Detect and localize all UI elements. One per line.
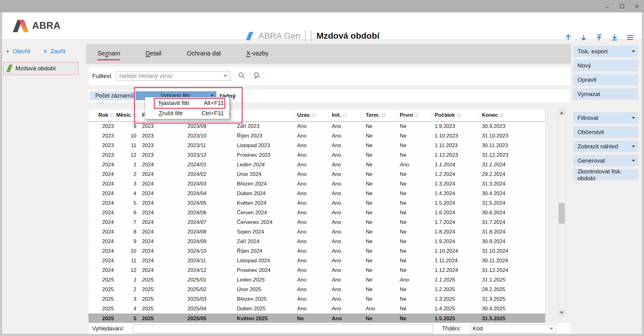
close-tab-button[interactable]: × Zavřít: [43, 48, 65, 55]
table-cell: Ano: [329, 181, 363, 187]
zobrazit-náhled-button[interactable]: Zobrazit náhled: [573, 141, 638, 152]
table-row[interactable]: 20231220232023/12Prosinec 2023AnoAnoNeNe…: [89, 151, 545, 160]
arrow-to-bottom-icon[interactable]: [610, 33, 619, 42]
tab-label: Seznam: [97, 50, 120, 57]
table-cell: 2025: [139, 306, 184, 312]
close-button[interactable]: [633, 3, 640, 10]
sidebar-item-mzdova-obdobi[interactable]: Mzdová období: [3, 62, 78, 75]
column-header-4[interactable]: [234, 109, 294, 121]
table-row[interactable]: 20231120232023/11Listopad 2023AnoAnoNeNe…: [89, 141, 545, 151]
scroll-up-button[interactable]: [558, 109, 565, 116]
table-row[interactable]: 2024420242024/04Duben 2024AnoAnoNeNe1.4.…: [89, 189, 545, 199]
nový-button[interactable]: Nový: [573, 60, 638, 71]
table-cell: Ne: [397, 229, 432, 235]
app-slash-icon: [246, 32, 253, 40]
minimize-button[interactable]: [604, 3, 611, 10]
vertical-scrollbar[interactable]: [558, 109, 566, 316]
scroll-down-button[interactable]: [558, 309, 565, 316]
arrow-to-top-icon[interactable]: [594, 33, 604, 42]
table-cell: 2025: [139, 286, 184, 293]
generovat-button[interactable]: Generovat: [573, 155, 638, 166]
fulltext-input[interactable]: [116, 73, 223, 79]
sort-indicator-icon[interactable]: [415, 114, 418, 117]
table-cell: 31.3.2024: [479, 181, 545, 187]
column-header-init-[interactable]: Init.: [329, 109, 363, 121]
menu-item-zrušit-filtr[interactable]: Zrušit filtrCtrl+F11: [145, 108, 229, 118]
arrow-down-icon[interactable]: [579, 33, 588, 42]
column-header-rok[interactable]: Rok: [89, 109, 116, 121]
table-cell: 2024: [139, 219, 184, 225]
table-row[interactable]: 2025420252025/04Duben 2025AnoAnoAnoNe1.4…: [89, 304, 545, 314]
sort-indicator-icon[interactable]: [313, 114, 316, 117]
table-row[interactable]: 20241020242024/10Říjen 2024AnoAnoNeNe1.1…: [89, 247, 545, 256]
table-cell: 2024: [89, 219, 116, 225]
table-row[interactable]: 2024120242024/01Leden 2024AnoAnoNeAno1.1…: [89, 160, 545, 170]
table-row[interactable]: 2024620242024/06Červen 2024AnoAnoNeNe1.6…: [89, 208, 545, 218]
fulltext-combobox[interactable]: [116, 71, 230, 81]
table-row[interactable]: 2023920232023/09Září 2023AnoAnoNeNe1.9.2…: [89, 122, 545, 131]
open-button[interactable]: + Otevřít: [6, 48, 30, 55]
button-label: Tisk, export: [577, 48, 608, 55]
table-row[interactable]: 20241220242024/12Prosinec 2024AnoAnoNeNe…: [89, 266, 545, 275]
table-row[interactable]: 2024220242024/02Únor 2024AnoAnoNeNe1.2.2…: [89, 170, 545, 179]
arrow-up-icon[interactable]: [564, 33, 573, 42]
record-count-button[interactable]: Počet záznamů: [90, 91, 139, 100]
table-cell: 2024: [139, 181, 184, 187]
maximize-button[interactable]: [619, 3, 625, 10]
table-row[interactable]: 2024820242024/08Srpen 2024AnoAnoNeNe1.8.…: [89, 227, 545, 237]
window-titlebar: [0, 0, 644, 12]
table-row-selected[interactable]: 2025520252025/05Květen 2025NeAnoNeNe1.5.…: [89, 314, 545, 324]
table-cell: 1.5.2024: [432, 200, 479, 206]
tab-seznam[interactable]: Seznam: [97, 47, 120, 60]
search-icon[interactable]: [238, 72, 245, 81]
table-row[interactable]: 2024920242024/09Září 2024AnoAnoNeNe1.9.2…: [89, 237, 545, 247]
table-row[interactable]: 20231020232023/10Říjen 2023AnoAnoNeNe1.1…: [89, 131, 545, 141]
opravit-button[interactable]: Opravit: [573, 74, 638, 85]
sort-indicator-icon[interactable]: [457, 114, 460, 117]
column-header-první[interactable]: První: [397, 109, 432, 121]
chevron-down-icon: [550, 328, 553, 330]
table-cell: 2025/04: [184, 306, 234, 312]
menu-item-nastavit-filtr[interactable]: Nastavit filtrAlt+F11: [145, 98, 229, 108]
column-header-uzav-[interactable]: Uzav.: [294, 109, 329, 121]
table-row[interactable]: 2025320252025/03Březen 2025AnoAnoNeNe1.3…: [89, 295, 545, 304]
x-icon: ×: [43, 49, 47, 54]
table-cell: 2023/12: [184, 152, 234, 158]
sort-indicator-icon[interactable]: [133, 114, 136, 117]
table-row[interactable]: 2025120252025/01Leden 2025AnoAnoNeAno1.1…: [89, 275, 545, 285]
sort-indicator-icon[interactable]: [382, 114, 385, 117]
sort-select[interactable]: Kód: [470, 324, 556, 333]
tisk-export-button[interactable]: Tisk, export: [573, 46, 638, 57]
sort-indicator-icon[interactable]: [343, 114, 346, 117]
table-row[interactable]: 2024720242024/07Červenec 2024AnoAnoNeNe1…: [89, 218, 545, 227]
column-header-měsíc[interactable]: Měsíc: [116, 109, 139, 121]
občerstvit-button[interactable]: Občerstvit: [573, 126, 638, 138]
column-header-konec[interactable]: Konec: [479, 109, 545, 121]
search-input[interactable]: [133, 324, 433, 333]
column-header-počátek[interactable]: Počátek: [432, 109, 479, 121]
tab-detail[interactable]: Detail: [145, 47, 161, 60]
table-row[interactable]: 2024320242024/03Březen 2024AnoAnoNeNe1.3…: [89, 179, 545, 189]
table-cell: Srpen 2024: [234, 229, 294, 235]
zkontrolovat-fisk-období-button[interactable]: Zkontrolovat fisk. období: [573, 169, 638, 181]
tab-ochrana-dat[interactable]: Ochrana dat: [187, 47, 221, 60]
menu-icon[interactable]: [625, 33, 635, 42]
column-header-term-[interactable]: Term.: [363, 109, 397, 121]
fulltext-search-settings-icon[interactable]: [253, 72, 261, 81]
scrollbar-thumb[interactable]: [559, 203, 565, 224]
chevron-down-icon[interactable]: [223, 75, 227, 77]
filtrovat-button[interactable]: Filtrovat: [573, 112, 638, 124]
sort-indicator-icon[interactable]: [110, 114, 114, 117]
table-row[interactable]: 2025220252025/02Únor 2025AnoAnoNeNe1.2.2…: [89, 285, 545, 295]
button-label: Vymazat: [577, 91, 600, 98]
table-row[interactable]: 20241120242024/11Listopad 2024AnoAnoNeNe…: [89, 256, 545, 266]
vymazat-button[interactable]: Vymazat: [573, 88, 638, 100]
table-cell: 30.11.2023: [479, 142, 545, 149]
table-cell: Ne: [397, 142, 432, 149]
table-cell: 2023: [139, 142, 184, 149]
table-cell: Listopad 2024: [234, 258, 294, 264]
sort-indicator-icon[interactable]: [500, 114, 503, 117]
table-row[interactable]: 2024520242024/05Květen 2024AnoAnoNeNe1.5…: [89, 199, 545, 208]
table-cell: Ne: [397, 296, 432, 302]
tab-x-vazby[interactable]: X-vazby: [246, 47, 269, 60]
